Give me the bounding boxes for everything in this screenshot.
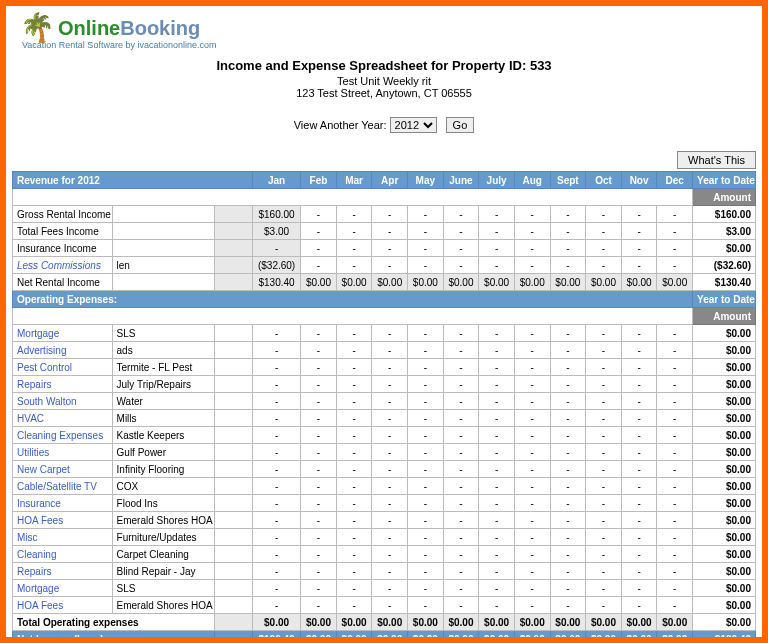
month-cell: - — [479, 461, 515, 478]
month-cell: - — [252, 495, 300, 512]
year-selector: View Another Year: 2012 Go — [12, 117, 756, 133]
month-cell: - — [372, 529, 408, 546]
month-cell: - — [657, 325, 693, 342]
amount-header: Amount — [693, 189, 756, 206]
month-cell: - — [621, 240, 657, 257]
month-cell: $0.00 — [336, 631, 372, 644]
month-cell: - — [621, 206, 657, 223]
month-cell: - — [586, 342, 622, 359]
month-cell: - — [621, 597, 657, 614]
month-cell: - — [657, 478, 693, 495]
month-cell: - — [550, 444, 586, 461]
month-cell: $0.00 — [586, 274, 622, 291]
expense-row-label[interactable]: Misc — [13, 529, 113, 546]
month-cell: - — [336, 410, 372, 427]
ytd-cell: $0.00 — [693, 410, 756, 427]
expense-row-label[interactable]: Advertising — [13, 342, 113, 359]
month-cell: - — [252, 376, 300, 393]
month-cell: - — [301, 393, 337, 410]
month-cell: $0.00 — [336, 274, 372, 291]
month-header: Aug — [514, 172, 550, 189]
month-cell: - — [408, 359, 444, 376]
month-cell: - — [408, 444, 444, 461]
expense-row-label[interactable]: New Carpet — [13, 461, 113, 478]
month-cell: - — [372, 495, 408, 512]
ytd-cell: $0.00 — [693, 614, 756, 631]
month-cell: - — [443, 546, 479, 563]
month-cell: - — [514, 410, 550, 427]
ytd-cell: $3.00 — [693, 223, 756, 240]
expense-row-label[interactable]: Cable/Satellite TV — [13, 478, 113, 495]
month-cell: - — [657, 563, 693, 580]
month-cell: - — [372, 478, 408, 495]
month-cell: - — [514, 580, 550, 597]
month-cell: - — [586, 376, 622, 393]
vendor-cell: Emerald Shores HOA — [112, 597, 215, 614]
month-cell: - — [479, 393, 515, 410]
month-cell: - — [550, 240, 586, 257]
expense-row-label[interactable]: Repairs — [13, 376, 113, 393]
month-cell: - — [336, 325, 372, 342]
whats-this-button[interactable]: What's This — [677, 151, 756, 169]
month-cell: ($32.60) — [252, 257, 300, 274]
month-cell: - — [479, 597, 515, 614]
month-cell: - — [443, 512, 479, 529]
month-cell: - — [550, 529, 586, 546]
month-cell: - — [621, 393, 657, 410]
month-cell: - — [336, 478, 372, 495]
expense-row-label[interactable]: Cleaning — [13, 546, 113, 563]
expense-row-label[interactable]: HOA Fees — [13, 597, 113, 614]
month-cell: - — [550, 393, 586, 410]
month-cell: - — [301, 597, 337, 614]
month-cell: - — [550, 427, 586, 444]
expense-row-label[interactable]: Insurance — [13, 495, 113, 512]
ytd-cell: $0.00 — [693, 478, 756, 495]
month-cell: - — [336, 563, 372, 580]
expense-row-label[interactable]: HVAC — [13, 410, 113, 427]
expense-row-label[interactable]: Pest Control — [13, 359, 113, 376]
address: 123 Test Street, Anytown, CT 06555 — [12, 87, 756, 99]
month-cell: - — [443, 376, 479, 393]
go-button[interactable]: Go — [446, 117, 475, 133]
month-cell: - — [514, 546, 550, 563]
expense-row-label[interactable]: Mortgage — [13, 580, 113, 597]
month-cell: - — [443, 240, 479, 257]
month-cell: - — [252, 393, 300, 410]
expense-row-label[interactable]: Cleaning Expenses — [13, 427, 113, 444]
month-cell: - — [336, 529, 372, 546]
month-cell: - — [657, 206, 693, 223]
month-cell: - — [514, 223, 550, 240]
month-cell: $0.00 — [252, 614, 300, 631]
expense-row-label[interactable]: South Walton — [13, 393, 113, 410]
month-cell: - — [621, 529, 657, 546]
month-cell: - — [657, 546, 693, 563]
ytd-cell: $0.00 — [693, 563, 756, 580]
month-cell: - — [621, 478, 657, 495]
month-cell: - — [586, 512, 622, 529]
month-cell: - — [586, 597, 622, 614]
month-cell: - — [336, 342, 372, 359]
year-select[interactable]: 2012 — [390, 117, 437, 133]
expense-row-label[interactable]: Repairs — [13, 563, 113, 580]
month-cell: - — [408, 206, 444, 223]
revenue-row-label: Total Fees Income — [13, 223, 113, 240]
expense-row-label[interactable]: HOA Fees — [13, 512, 113, 529]
month-cell: - — [443, 342, 479, 359]
ytd-cell: $0.00 — [693, 461, 756, 478]
month-cell: - — [252, 546, 300, 563]
month-cell: - — [408, 257, 444, 274]
month-cell: - — [336, 376, 372, 393]
month-cell: - — [586, 257, 622, 274]
month-cell: $0.00 — [550, 614, 586, 631]
month-cell: $0.00 — [586, 614, 622, 631]
revenue-row-label[interactable]: Less Commissions — [13, 257, 113, 274]
month-cell: - — [408, 546, 444, 563]
vendor-cell — [112, 206, 215, 223]
month-cell: - — [372, 461, 408, 478]
month-header: Apr — [372, 172, 408, 189]
expense-row-label[interactable]: Mortgage — [13, 325, 113, 342]
expense-row-label[interactable]: Utilities — [13, 444, 113, 461]
month-cell: $0.00 — [657, 631, 693, 644]
ytd-cell: $130.40 — [693, 274, 756, 291]
month-cell: - — [550, 359, 586, 376]
